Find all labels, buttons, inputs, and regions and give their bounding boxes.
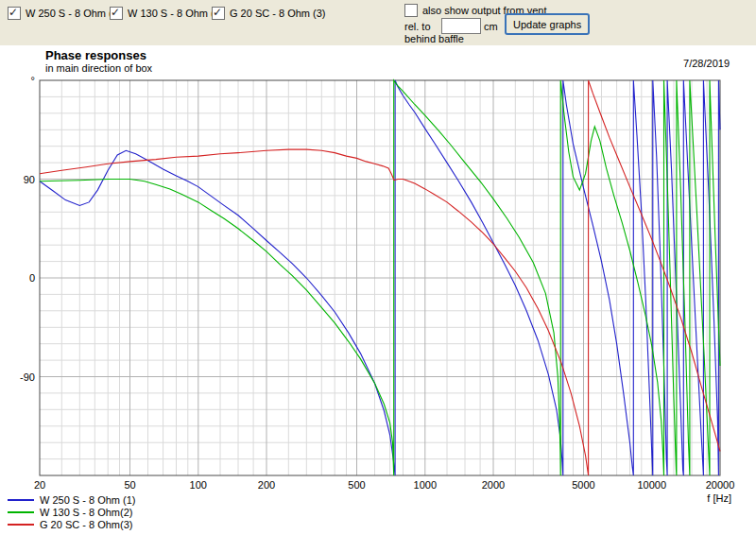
x-tick-label: 20: [34, 479, 45, 491]
legend-line-swatch: [8, 499, 34, 501]
unit-label: cm: [484, 21, 498, 32]
behind-baffle-label: behind baffle: [404, 33, 464, 44]
driver-checkbox-2[interactable]: W 130 S - 8 Ohm (2): [110, 7, 223, 20]
legend-label: G 20 SC - 8 Ohm(3): [40, 519, 132, 530]
driver-checkbox-1[interactable]: W 250 S - 8 Ohm (1): [8, 7, 121, 20]
checkbox-icon[interactable]: [404, 4, 418, 17]
legend-item: W 130 S - 8 Ohm(2): [8, 506, 135, 518]
legend-label: W 250 S - 8 Ohm (1): [40, 494, 135, 506]
legend-item: G 20 SC - 8 Ohm(3): [8, 518, 135, 530]
x-tick-label: 2000: [482, 479, 505, 491]
vent-distance-input[interactable]: [441, 18, 481, 34]
x-tick-label: 20000: [706, 479, 735, 491]
driver-checkbox-3[interactable]: G 20 SC - 8 Ohm (3): [212, 7, 325, 20]
checkbox-icon[interactable]: [8, 7, 21, 20]
y-tick-label: 0: [29, 272, 35, 284]
checkbox-icon[interactable]: [110, 7, 123, 20]
checkbox-icon[interactable]: [212, 7, 225, 20]
x-tick-label: 100: [190, 479, 207, 491]
x-axis-unit-label: f [Hz]: [707, 492, 731, 504]
rel-to-label: rel. to: [404, 21, 431, 32]
driver-checkbox-label-2: W 130 S - 8 Ohm (2): [128, 8, 223, 19]
legend-label: W 130 S - 8 Ohm(2): [40, 507, 132, 518]
driver-checkbox-label-3: G 20 SC - 8 Ohm (3): [230, 8, 325, 19]
grid-major: [40, 80, 720, 475]
chart-area: 20501002005001000200050001000020000°900-…: [0, 45, 756, 535]
phase-plot: 20501002005001000200050001000020000°900-…: [0, 45, 756, 535]
x-tick-label: 1000: [414, 479, 437, 491]
x-tick-label: 500: [348, 479, 365, 491]
x-tick-label: 50: [124, 479, 135, 491]
legend-line-swatch: [8, 524, 34, 526]
axis-labels: 20501002005001000200050001000020000°900-…: [20, 75, 734, 504]
legend-item: W 250 S - 8 Ohm (1): [8, 493, 135, 506]
y-tick-label: °: [31, 75, 35, 86]
driver-checkbox-label-1: W 250 S - 8 Ohm (1): [26, 8, 121, 19]
x-tick-label: 200: [258, 479, 275, 491]
toolbar: W 250 S - 8 Ohm (1) W 130 S - 8 Ohm (2) …: [0, 0, 756, 46]
update-graphs-button[interactable]: Update graphs: [505, 13, 590, 35]
x-tick-label: 10000: [638, 479, 667, 491]
x-tick-label: 5000: [572, 479, 594, 491]
legend: W 250 S - 8 Ohm (1) W 130 S - 8 Ohm(2) G…: [8, 493, 135, 530]
legend-line-swatch: [8, 511, 34, 513]
y-tick-label: 90: [24, 174, 35, 185]
chart-subtitle: in main direction of box: [45, 62, 152, 74]
chart-title: Phase responses: [45, 48, 146, 62]
chart-date: 7/28/2019: [683, 58, 730, 69]
y-tick-label: -90: [20, 371, 35, 383]
